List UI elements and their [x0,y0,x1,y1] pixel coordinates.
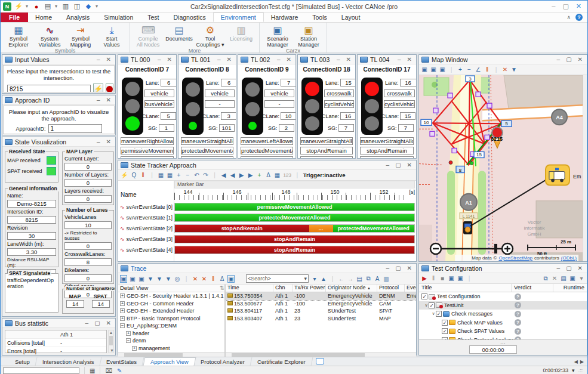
zoom-slider-handle[interactable] [494,244,497,254]
close-icon[interactable]: ✕ [104,320,113,326]
graph-icon[interactable]: Δ [265,172,271,178]
scenario-manager-button[interactable]: ▣ Scenario Manager [262,24,293,48]
tree-item[interactable]: −EU_ApplMsg::DENM [118,322,224,330]
pause-icon[interactable]: ‖ [430,275,436,282]
station-filter-icon[interactable]: ▼ [511,66,517,73]
intersection-id-input[interactable] [7,85,91,93]
tab-certificate-explorer[interactable]: Certificate Explorer [251,357,313,366]
pause-icon[interactable]: ‖ [140,172,146,178]
test-config-column-headers[interactable]: Title Verdict Runtime [419,284,587,292]
resize-grip[interactable]: .:: [578,367,583,373]
remove-icon[interactable]: ✕ [552,275,558,282]
close-icon[interactable]: ✕ [344,56,353,63]
tab-hardware[interactable]: Hardware [264,13,306,22]
chevron-icon[interactable]: ∨ [431,311,436,316]
test-config-row[interactable]: ✓ Check MAP values ? [419,319,587,327]
clear-icon[interactable]: ✕ [192,276,198,282]
chevron-down-icon[interactable]: ▾ [55,4,59,9]
trace-row[interactable]: 153.500677 Ath 1-100 EmergencyVehicleCAM [226,300,416,308]
zoom-in-icon[interactable]: + [457,66,463,73]
state-row[interactable]: ∿svArrEventState [0] permissiveMovementA… [118,202,416,211]
test-config-row[interactable]: ✓ Check SPAT Values ? [419,327,587,336]
search-up-icon[interactable]: ▲ [321,276,327,282]
start-measurement-icon[interactable]: ⚡ [14,2,23,10]
collapse-ribbon-icon[interactable]: ∧ [567,14,571,20]
measure-angle-icon[interactable]: ∠ [475,66,481,73]
tree-item[interactable]: +GEO-EH - Extended Header [118,307,224,315]
nav-forward-icon[interactable]: → [347,276,353,282]
close-icon[interactable]: ✕ [165,56,174,63]
quick-config-icon[interactable]: ◆ [84,2,93,10]
run-tests-icon[interactable]: ▶ [421,275,427,282]
export-icon[interactable]: ⧉ [365,275,371,282]
close-icon[interactable]: ✕ [104,97,113,103]
symbol-explorer-button[interactable]: ▦ Symbol Explorer [3,24,34,48]
state-row[interactable]: ∿svArrEventState [3] stopAndRemain [118,234,416,243]
toggle-detail-icon[interactable]: ▣ [228,276,234,282]
write-window-icon[interactable]: ✎ [117,367,122,374]
capl-compile-icon[interactable]: ▦ [90,367,95,374]
odbl-link[interactable]: (ODbL) [561,255,577,261]
predefined-filter-icon[interactable]: ▼ [147,276,153,282]
trigger-icon[interactable]: ⚡ [121,172,128,178]
edit-config-icon[interactable]: ▣ [457,275,463,282]
clear-all-icon[interactable]: ✕ [201,276,207,282]
column-filter-icon[interactable]: ▼ [165,276,171,282]
close-icon[interactable]: ✕ [405,162,414,168]
maximize-button[interactable]: ▢ [93,320,101,326]
help-icon[interactable]: ? [575,14,583,21]
close-icon[interactable]: ✕ [285,56,293,63]
minimize-button[interactable]: – [95,138,102,145]
time-ruler[interactable]: 144 146 148 150 152 [s] [174,189,415,200]
tree-item[interactable]: +GEO-SH - Security Header v1.3.1 | 1.4.1 [118,292,224,300]
map-settings-icon[interactable]: ▣ [439,66,445,73]
tool-couplings-button[interactable]: ⚙ Tool Couplings ▾ [195,24,226,48]
font-icon[interactable]: A [374,276,380,282]
checkbox[interactable]: ✓ [442,328,448,334]
vertical-scrollbar[interactable]: ▲▼ [108,330,114,353]
report-view-icon[interactable]: ▣ [569,275,575,282]
chevron-down-icon[interactable]: ▾ [572,367,575,373]
checkbox[interactable]: ✓ [429,302,435,308]
minimize-button[interactable]: – [555,56,562,63]
minimize-button[interactable]: – [396,56,403,63]
tab-home[interactable]: Home [28,13,59,22]
trace-row[interactable]: 153.804117 Ath 123 SUnderTestSPAT [226,307,416,315]
chevron-down-icon[interactable]: ▾ [26,4,29,9]
table-row[interactable]: Errors [total]- [5,347,106,355]
undo-icon[interactable]: ↶ [193,172,199,178]
start-values-button[interactable]: ⤓ Start Values [96,24,127,48]
symbol-mapping-button[interactable]: ⇥ Symbol Mapping [65,24,96,48]
tree-item[interactable]: +BTP - Basic Transport Protocol [118,315,224,323]
pin-icon[interactable]: ⇅ [220,285,224,292]
approach-id-input[interactable] [48,124,102,133]
minimize-button[interactable]: – [384,162,392,168]
clear-write-window-icon[interactable]: ⌧ [105,367,112,374]
clear-icon[interactable]: ✕ [502,66,508,73]
scroll-tabs-right-icon[interactable]: ▶ [580,359,584,364]
maximize-button[interactable]: ▢ [393,162,402,168]
tab-approach-view[interactable]: Approach View [143,357,196,366]
pause-icon[interactable]: ‖ [210,276,216,282]
minimize-button[interactable]: – [555,265,562,271]
tab-analysis[interactable]: Analysis [59,13,97,22]
link-icon[interactable]: ⧉ [543,275,549,282]
close-icon[interactable]: ✕ [576,56,584,63]
test-config-row[interactable]: ∨ ✓ TestUnit ? [419,301,587,310]
checkbox[interactable]: ✓ [442,320,448,326]
tree-item[interactable]: +GEO-CH - Common Header [118,300,224,308]
tab-intersection-analysis[interactable]: Intersection Analysis [35,357,101,366]
table-row[interactable]: Collisions [total]- [5,339,106,347]
documents-button[interactable]: ▤ Documents [164,24,195,48]
minimize-button[interactable]: – [156,56,163,63]
report-icon[interactable]: ▤ [561,275,567,282]
stop-filter-icon[interactable]: ▼ [156,276,162,282]
go-start-icon[interactable]: ◀ [220,172,226,178]
tab-diagnostics[interactable]: Diagnostics [167,13,213,22]
checkbox[interactable]: ✓ [421,293,427,299]
openstreetmap-link[interactable]: OpenStreetMap [498,255,532,261]
map-canvas[interactable]: 3 10 5 8 15 [419,75,583,261]
stop-icon[interactable]: ■ [439,275,445,282]
status-search-input[interactable] [3,367,79,374]
apply-button[interactable]: ⚡ [93,84,103,92]
